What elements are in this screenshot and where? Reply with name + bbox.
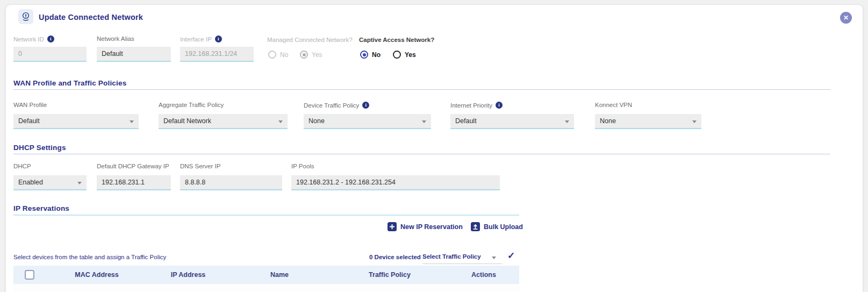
network-manage-icon xyxy=(18,9,33,24)
dhcp-label: DHCP xyxy=(13,163,31,169)
ip-pools-field[interactable]: 192.168.231.2 - 192.168.231.254 xyxy=(291,175,500,190)
divider xyxy=(13,89,830,90)
chevron-down-icon xyxy=(692,120,697,123)
radio-icon xyxy=(268,51,276,59)
update-connected-network-dialog: Update Connected Network ✕ Network ID 0 … xyxy=(0,0,868,292)
managed-yes-radio: Yes xyxy=(300,51,322,59)
chevron-down-icon xyxy=(77,182,82,184)
checkmark-icon[interactable]: ✓ xyxy=(507,250,515,261)
wan-section-heading: WAN Profile and Traffic Policies xyxy=(13,79,126,87)
dhcp-select[interactable]: Enabled xyxy=(13,175,87,190)
bulk-upload-button[interactable]: Bulk Upload xyxy=(471,222,523,231)
network-id-field: 0 xyxy=(13,47,87,62)
chevron-down-icon xyxy=(278,120,283,123)
captive-no-radio[interactable]: No xyxy=(360,51,381,59)
managed-connected-label: Managed Connected Network? xyxy=(267,37,353,43)
aggregate-policy-label: Aggregate Traffic Policy xyxy=(159,102,224,108)
dhcp-section-heading: DHCP Settings xyxy=(13,144,66,152)
chevron-down-icon xyxy=(565,120,569,123)
page-title: Update Connected Network xyxy=(39,13,143,22)
divider xyxy=(13,215,519,216)
dns-server-field[interactable]: 8.8.8.8 xyxy=(180,175,282,190)
info-icon[interactable] xyxy=(362,102,369,109)
chevron-down-icon[interactable] xyxy=(492,257,496,259)
new-ip-reservation-button[interactable]: New IP Reservation xyxy=(388,222,463,231)
managed-no-radio: No xyxy=(268,51,288,59)
divider xyxy=(13,154,830,154)
ip-pools-label: IP Pools xyxy=(291,163,314,169)
reservation-table-header: MAC Address IP Address Name Traffic Poli… xyxy=(13,266,519,284)
aggregate-policy-select[interactable]: Default Network xyxy=(159,114,288,129)
device-policy-select[interactable]: None xyxy=(304,114,431,129)
chevron-down-icon xyxy=(130,120,134,123)
ip-reservations-heading: IP Reservations xyxy=(13,204,69,212)
upload-icon xyxy=(471,222,480,231)
dhcp-gateway-label: Default DHCP Gateway IP xyxy=(97,163,169,169)
wan-profile-select[interactable]: Default xyxy=(13,114,139,129)
captive-access-label: Captive Access Network? xyxy=(359,37,434,43)
close-icon[interactable]: ✕ xyxy=(840,12,852,24)
konnect-vpn-label: Konnect VPN xyxy=(595,102,632,108)
network-alias-field[interactable]: Default xyxy=(97,47,171,62)
info-icon[interactable] xyxy=(47,35,54,42)
network-id-label: Network ID xyxy=(13,35,54,42)
radio-selected-icon[interactable] xyxy=(360,51,368,59)
table-row xyxy=(13,284,519,292)
radio-icon[interactable] xyxy=(393,51,401,59)
dhcp-gateway-field[interactable]: 192.168.231.1 xyxy=(97,175,171,190)
interface-ip-label: Interface IP xyxy=(180,35,222,42)
info-icon[interactable] xyxy=(215,35,222,42)
select-all-checkbox[interactable] xyxy=(25,270,34,280)
captive-yes-radio[interactable]: Yes xyxy=(393,51,416,59)
internet-priority-label: Internet Priority xyxy=(450,102,503,109)
column-header-actions[interactable]: Actions xyxy=(449,271,519,279)
select-all-cell xyxy=(13,270,46,280)
network-alias-label: Network Alias xyxy=(97,35,134,42)
select-devices-helper-text: Select devices from the table and assign… xyxy=(13,254,166,260)
konnect-vpn-select[interactable]: None xyxy=(595,114,701,129)
info-icon[interactable] xyxy=(496,102,503,109)
column-header-name[interactable]: Name xyxy=(228,271,331,279)
device-selected-count: 0 Device selected xyxy=(369,254,421,260)
dns-server-label: DNS Server IP xyxy=(180,163,220,169)
plus-icon xyxy=(388,222,397,231)
interface-ip-field[interactable]: 192.168.231.1/24 xyxy=(180,47,254,62)
device-policy-label: Device Traffic Policy xyxy=(304,102,369,109)
select-traffic-policy-dropdown[interactable]: Select Traffic Policy xyxy=(422,253,481,260)
column-header-traffic-policy[interactable]: Traffic Policy xyxy=(331,271,449,279)
wan-profile-label: WAN Profile xyxy=(13,102,47,108)
chevron-down-icon xyxy=(422,120,426,123)
column-header-mac-address[interactable]: MAC Address xyxy=(46,271,148,279)
divider xyxy=(422,263,502,264)
radio-icon xyxy=(300,51,308,59)
column-header-ip-address[interactable]: IP Address xyxy=(148,271,228,279)
internet-priority-select[interactable]: Default xyxy=(450,114,574,129)
